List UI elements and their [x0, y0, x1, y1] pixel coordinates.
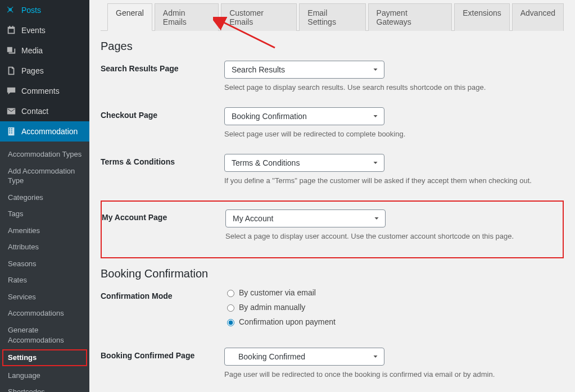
help-terms-conditions: If you define a "Terms" page the custome… [224, 176, 564, 185]
chevron-down-icon [373, 215, 381, 222]
sidebar-item-label: Comments [21, 86, 60, 95]
help-checkout-page: Select page user will be redirected to c… [224, 130, 564, 138]
radio-input-by-customer[interactable] [227, 290, 234, 297]
select-booking-confirmed-page[interactable]: Booking Confirmed [224, 348, 384, 366]
submenu-add-accommodation-type[interactable]: Add Accommodation Type [0, 163, 89, 189]
sidebar-item-pages[interactable]: Pages [0, 61, 89, 81]
tab-customer-emails[interactable]: Customer Emails [221, 3, 297, 31]
submenu-language[interactable]: Language [0, 367, 89, 384]
radio-input-upon-payment[interactable] [227, 319, 234, 326]
label-checkout-page: Checkout Page [101, 107, 224, 120]
sidebar-submenu: Accommodation Types Add Accommodation Ty… [0, 142, 89, 392]
sidebar-item-accommodation[interactable]: Accommodation [0, 121, 89, 142]
sidebar-item-label: Events [21, 26, 46, 35]
comment-icon [6, 85, 17, 97]
chevron-down-icon [372, 66, 379, 74]
submenu-amenities[interactable]: Amenities [0, 222, 89, 239]
row-checkout-page: Checkout Page Booking Confirmation Selec… [101, 107, 564, 138]
submenu-accommodations[interactable]: Accommodations [0, 305, 89, 322]
submenu-accommodation-types[interactable]: Accommodation Types [0, 146, 89, 163]
submenu-settings[interactable]: Settings [2, 349, 87, 366]
page-icon [6, 65, 17, 76]
chevron-down-icon [372, 112, 379, 120]
sidebar-item-media[interactable]: Media [0, 40, 89, 61]
radio-by-customer[interactable]: By customer via email [224, 288, 564, 297]
main-content: General Admin Emails Customer Emails Ema… [89, 0, 575, 392]
submenu-generate-accommodations[interactable]: Generate Accommodations [0, 322, 89, 348]
sidebar-item-events[interactable]: Events [0, 20, 89, 40]
row-search-results-page: Search Results Page Search Results Selec… [101, 61, 564, 92]
radio-input-by-admin[interactable] [227, 304, 234, 312]
mail-icon [6, 106, 17, 117]
section-title-pages: Pages [101, 40, 564, 53]
tab-admin-emails[interactable]: Admin Emails [155, 3, 219, 31]
admin-sidebar: Posts Events Media Pages Comments Contac… [0, 0, 89, 392]
submenu-shortcodes[interactable]: Shortcodes [0, 384, 89, 392]
radio-label: By admin manually [239, 303, 305, 312]
tab-payment-gateways[interactable]: Payment Gateways [368, 3, 452, 31]
submenu-tags[interactable]: Tags [0, 206, 89, 222]
submenu-seasons[interactable]: Seasons [0, 256, 89, 272]
tab-advanced[interactable]: Advanced [512, 3, 564, 31]
pin-icon [6, 4, 17, 16]
highlight-my-account: My Account Page My Account Select a page… [101, 200, 564, 258]
submenu-attributes[interactable]: Attributes [0, 239, 89, 256]
radio-label: Confirmation upon payment [239, 317, 336, 326]
select-value: Booking Confirmed [238, 352, 305, 361]
tab-email-settings[interactable]: Email Settings [299, 3, 365, 31]
sidebar-item-label: Media [21, 46, 43, 55]
sidebar-item-contact[interactable]: Contact [0, 101, 89, 121]
submenu-rates[interactable]: Rates [0, 272, 89, 289]
tab-extensions[interactable]: Extensions [454, 3, 509, 31]
chevron-down-icon [372, 353, 379, 361]
chevron-down-icon [372, 159, 379, 167]
submenu-services[interactable]: Services [0, 289, 89, 306]
help-booking-confirmed-page: Page user will be redirected to once the… [224, 370, 564, 379]
calendar-icon [6, 25, 17, 36]
sidebar-item-posts[interactable]: Posts [0, 0, 89, 20]
svg-point-0 [8, 48, 10, 50]
label-confirmation-mode: Confirmation Mode [101, 288, 224, 300]
row-confirmation-mode: Confirmation Mode By customer via email … [101, 288, 564, 332]
label-terms-conditions: Terms & Conditions [101, 154, 224, 166]
building-icon [6, 126, 17, 137]
sidebar-item-label: Contact [21, 107, 48, 116]
select-search-results-page[interactable]: Search Results [224, 61, 384, 79]
help-search-results-page: Select page to display search results. U… [224, 83, 564, 92]
section-title-booking: Booking Confirmation [101, 267, 564, 280]
tab-general[interactable]: General [107, 3, 152, 31]
submenu-categories[interactable]: Categories [0, 189, 89, 206]
radio-upon-payment[interactable]: Confirmation upon payment [224, 317, 564, 326]
sidebar-item-label: Accommodation [21, 127, 78, 136]
radio-by-admin[interactable]: By admin manually [224, 303, 564, 312]
select-value: Booking Confirmation [232, 112, 307, 121]
label-booking-confirmed-page: Booking Confirmed Page [101, 348, 224, 360]
select-my-account-page[interactable]: My Account [225, 209, 386, 227]
select-checkout-page[interactable]: Booking Confirmation [224, 107, 384, 125]
label-my-account-page: My Account Page [102, 209, 225, 222]
select-value: Search Results [232, 65, 285, 74]
row-my-account-page: My Account Page My Account Select a page… [102, 209, 563, 240]
row-booking-confirmed-page: Booking Confirmed Page Booking Confirmed… [101, 348, 564, 379]
select-value: My Account [233, 214, 273, 223]
sidebar-item-label: Posts [21, 6, 41, 15]
sidebar-item-comments[interactable]: Comments [0, 81, 89, 101]
media-icon [6, 45, 17, 56]
settings-tabs: General Admin Emails Customer Emails Ema… [101, 3, 564, 31]
label-search-results-page: Search Results Page [101, 61, 224, 73]
help-my-account-page: Select a page to display user account. U… [225, 232, 563, 240]
radio-label: By customer via email [239, 288, 316, 297]
row-terms-conditions: Terms & Conditions Terms & Conditions If… [101, 154, 564, 185]
sidebar-item-label: Pages [21, 66, 44, 75]
select-terms-conditions[interactable]: Terms & Conditions [224, 154, 384, 172]
select-value: Terms & Conditions [232, 158, 300, 167]
